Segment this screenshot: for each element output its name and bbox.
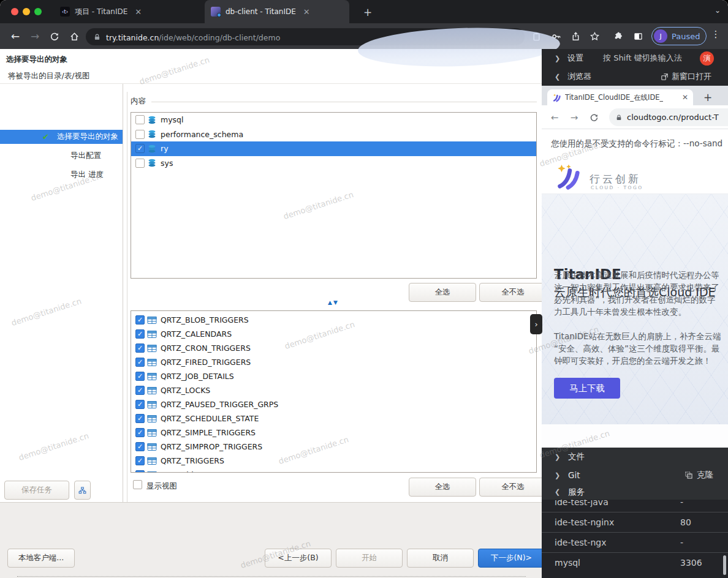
extensions-puzzle-icon[interactable] xyxy=(613,31,623,42)
select-all-button-bottom[interactable]: 全选 xyxy=(409,478,476,497)
back-step-button[interactable]: <上一步(B) xyxy=(265,549,332,568)
wizard-step[interactable]: ✔ 导出配置 xyxy=(0,149,123,163)
table-row[interactable]: QRTZ_SCHEDULER_STATE xyxy=(131,411,536,426)
download-button[interactable]: 马上下载 xyxy=(554,378,620,399)
table-name: QRTZ_FIRED_TRIGGERS xyxy=(161,358,251,367)
new-tab-button[interactable]: + xyxy=(360,5,375,20)
table-icon xyxy=(147,414,157,424)
git-section-row[interactable]: ❯ Git 克隆 xyxy=(542,466,728,484)
database-checkbox[interactable] xyxy=(135,144,145,153)
table-row[interactable]: QRTZ_JOB_DETAILS xyxy=(131,369,536,383)
table-row[interactable]: gen_table xyxy=(131,468,536,473)
divider xyxy=(151,102,537,102)
panel-expander-handle[interactable]: › xyxy=(530,314,542,334)
database-row[interactable]: mysql xyxy=(131,113,536,127)
side-panel-icon[interactable] xyxy=(633,31,643,42)
database-checkbox[interactable] xyxy=(135,130,145,139)
start-button[interactable]: 开始 xyxy=(336,549,403,568)
table-checkbox[interactable] xyxy=(135,456,145,465)
table-checkbox[interactable] xyxy=(135,428,145,437)
local-client-button[interactable]: 本地客户端... xyxy=(7,549,75,568)
table-row[interactable]: QRTZ_CRON_TRIGGERS xyxy=(131,341,536,355)
preview-tab[interactable]: TitanIDE_CloudIDE_在线IDE_ ✕ xyxy=(547,89,693,105)
close-window-button[interactable] xyxy=(11,8,18,15)
table-row[interactable]: QRTZ_PAUSED_TRIGGER_GRPS xyxy=(131,397,536,411)
service-row[interactable]: ide-test-ngx - xyxy=(542,532,728,552)
table-checkbox[interactable] xyxy=(135,315,145,325)
select-all-button-top[interactable]: 全选 xyxy=(409,283,476,302)
reload-icon[interactable] xyxy=(45,23,64,49)
ide-sections-panel: ide-test-java - ide-test-nginx 80 ide-te… xyxy=(542,448,728,578)
database-row[interactable]: ry xyxy=(131,141,536,156)
divider xyxy=(17,576,526,577)
table-checkbox[interactable] xyxy=(135,470,145,473)
wizard-step[interactable]: ✔ 选择要导出的对象 xyxy=(0,130,123,144)
settings-section-row[interactable]: ❯ 设置 按 Shift 键切换输入法 演 xyxy=(542,49,728,67)
table-checkbox[interactable] xyxy=(135,400,145,409)
cancel-button[interactable]: 取消 xyxy=(407,549,474,568)
reload-icon[interactable] xyxy=(586,105,602,129)
home-icon[interactable] xyxy=(65,23,83,49)
tab-search-chevron-icon[interactable]: ⌄ xyxy=(715,6,721,15)
table-checkbox[interactable] xyxy=(135,358,145,367)
files-section-row[interactable]: ❯ 文件 xyxy=(542,448,728,466)
scrollbar-thumb[interactable] xyxy=(723,555,726,575)
wizard-step[interactable]: ✔ 导出 进度 xyxy=(0,168,123,182)
table-row[interactable]: QRTZ_LOCKS xyxy=(131,383,536,397)
maximize-window-button[interactable] xyxy=(34,8,42,15)
schema-tree-button[interactable] xyxy=(74,481,91,500)
forward-icon[interactable]: → xyxy=(566,105,582,129)
browser-menu-icon[interactable]: ⋮ xyxy=(711,29,721,40)
demo-badge[interactable]: 演 xyxy=(700,51,714,66)
table-icon xyxy=(147,329,157,339)
table-icon xyxy=(147,343,157,353)
git-clone-button[interactable]: 克隆 xyxy=(684,470,713,481)
database-row[interactable]: performance_schema xyxy=(131,127,536,142)
profile-paused-badge[interactable]: J Paused xyxy=(651,27,707,45)
database-checkbox[interactable] xyxy=(135,159,145,168)
database-row[interactable]: sys xyxy=(131,156,536,171)
table-row[interactable]: QRTZ_SIMPROP_TRIGGERS xyxy=(131,440,536,454)
table-checkbox[interactable] xyxy=(135,343,145,353)
table-checkbox[interactable] xyxy=(135,386,145,395)
table-checkbox[interactable] xyxy=(135,442,145,451)
open-in-new-icon xyxy=(661,73,669,81)
share-icon[interactable] xyxy=(571,31,581,42)
table-row[interactable]: QRTZ_FIRED_TRIGGERS xyxy=(131,355,536,369)
back-icon[interactable]: ← xyxy=(547,105,563,129)
back-icon[interactable]: ← xyxy=(6,23,25,49)
forward-icon[interactable]: → xyxy=(26,23,44,49)
save-task-button[interactable]: 保存任务 xyxy=(4,481,69,500)
close-icon[interactable]: ✕ xyxy=(135,7,142,17)
tab-db-client[interactable]: db-client - TitanIDE ✕ xyxy=(205,0,349,23)
table-row[interactable]: QRTZ_CALENDARS xyxy=(131,327,536,341)
table-checkbox[interactable] xyxy=(135,329,145,339)
service-row[interactable]: mysql 3306 xyxy=(542,552,728,572)
show-views-checkbox[interactable] xyxy=(133,480,142,489)
table-row[interactable]: QRTZ_TRIGGERS xyxy=(131,454,536,468)
close-icon[interactable]: ✕ xyxy=(682,93,688,102)
table-checkbox[interactable] xyxy=(135,372,145,381)
table-row[interactable]: QRTZ_BLOB_TRIGGERS xyxy=(131,313,536,327)
close-icon[interactable]: ✕ xyxy=(303,7,310,17)
minimize-window-button[interactable] xyxy=(23,8,30,15)
services-section-row[interactable]: ❮ 服务 xyxy=(542,484,728,500)
preview-new-tab-button[interactable]: + xyxy=(700,89,716,105)
open-new-window-button[interactable]: 新窗口打开 xyxy=(661,71,711,82)
bookmark-star-icon[interactable] xyxy=(590,31,600,42)
tab-project[interactable]: ‹t› 项目 - TitanIDE ✕ xyxy=(54,0,203,23)
next-step-button[interactable]: 下一步(N)> xyxy=(478,549,545,568)
database-checkbox[interactable] xyxy=(135,115,145,124)
preview-address-bar[interactable]: cloudtogo.cn/product-T xyxy=(609,108,728,126)
preview-toolbar: ← → cloudtogo.cn/product-T xyxy=(542,105,728,129)
table-row[interactable]: QRTZ_SIMPLE_TRIGGERS xyxy=(131,426,536,440)
service-row[interactable]: ide-test-nginx 80 xyxy=(542,512,728,532)
brand-subtitle: CLOUD · TOGO xyxy=(591,185,643,190)
select-none-button-bottom[interactable]: 全不选 xyxy=(479,478,547,497)
sort-arrows-icon[interactable]: ▲▼ xyxy=(328,299,339,306)
select-none-button-top[interactable]: 全不选 xyxy=(479,283,547,302)
table-name: gen_table xyxy=(161,470,198,473)
sitemap-icon xyxy=(78,486,86,495)
browser-section-row[interactable]: ❮ 浏览器 新窗口打开 xyxy=(542,67,728,86)
table-checkbox[interactable] xyxy=(135,414,145,423)
